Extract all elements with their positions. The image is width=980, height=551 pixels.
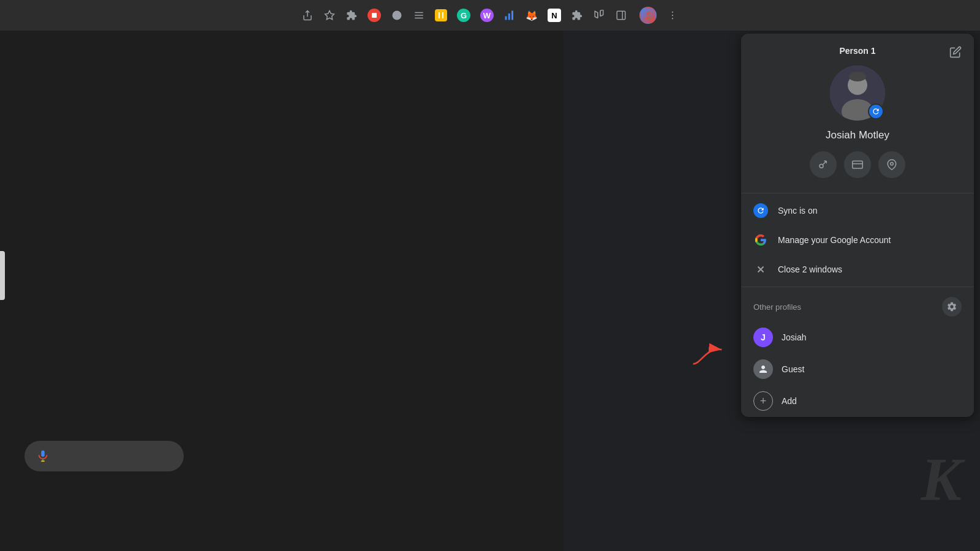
other-profiles-header: Other profiles <box>741 290 974 321</box>
analytics-icon[interactable] <box>503 9 516 21</box>
close-windows-menu-item[interactable]: Close 2 windows <box>741 255 974 284</box>
divider-1 <box>741 193 974 193</box>
sync-menu-icon <box>753 203 768 218</box>
sync-label: Sync is on <box>778 206 818 216</box>
svg-marker-0 <box>325 11 334 20</box>
svg-point-3 <box>396 14 399 17</box>
svg-rect-1 <box>372 13 377 18</box>
svg-rect-20 <box>41 451 45 457</box>
add-label: Add <box>782 396 797 406</box>
profile-actions <box>810 151 905 178</box>
sync-menu-item[interactable]: Sync is on <box>741 196 974 225</box>
sync-badge <box>868 103 884 119</box>
google-icon <box>753 233 768 247</box>
sidebar-toggle-icon[interactable] <box>615 9 627 21</box>
svg-rect-14 <box>617 11 625 20</box>
more-options-icon[interactable] <box>666 9 679 21</box>
password-button[interactable] <box>810 151 837 178</box>
puzzle-icon[interactable] <box>571 9 583 21</box>
svg-point-27 <box>820 164 823 168</box>
red-arrow-icon <box>689 340 738 371</box>
notion-icon[interactable]: N <box>548 9 561 22</box>
josiah-name: Josiah <box>782 332 806 342</box>
search-bar[interactable] <box>24 441 184 471</box>
svg-rect-9 <box>505 17 507 20</box>
svg-point-17 <box>672 12 673 13</box>
stop-icon[interactable] <box>368 9 381 22</box>
manage-account-menu-item[interactable]: Manage your Google Account <box>741 225 974 255</box>
star-icon[interactable] <box>323 9 336 21</box>
guest-avatar <box>753 359 773 379</box>
svg-rect-11 <box>511 11 513 20</box>
share-icon[interactable] <box>301 9 314 21</box>
payment-button[interactable] <box>844 151 871 178</box>
list-icon[interactable] <box>413 9 425 21</box>
divider-2 <box>741 287 974 287</box>
metamask-icon[interactable]: 🦊 <box>526 9 538 21</box>
red-arrow-container <box>689 340 738 373</box>
close-icon <box>753 262 768 277</box>
svg-line-28 <box>823 161 826 165</box>
profile-circle-icon[interactable] <box>639 7 657 24</box>
mic-icon[interactable] <box>34 448 51 465</box>
browser-toolbar: G W 🦊 N <box>0 0 980 31</box>
location-button[interactable] <box>878 151 905 178</box>
panel-header: Person 1 <box>741 34 974 190</box>
svg-point-19 <box>672 18 673 19</box>
guest-name: Guest <box>782 364 804 374</box>
svg-point-33 <box>891 162 894 165</box>
edit-profile-button[interactable] <box>949 46 962 61</box>
sync-circle-icon <box>753 203 768 218</box>
guest-profile-item[interactable]: Guest <box>741 353 974 385</box>
svg-point-26 <box>849 72 866 81</box>
grammarly-icon[interactable]: G <box>457 9 470 22</box>
watermark: K <box>921 444 962 514</box>
parallel-icon[interactable] <box>435 9 447 21</box>
svg-point-18 <box>672 15 673 16</box>
avatar-container <box>830 66 885 121</box>
svg-rect-10 <box>508 13 510 20</box>
josiah-profile-item[interactable]: J Josiah <box>741 321 974 353</box>
media-icon[interactable] <box>391 9 403 21</box>
profile-panel: Person 1 <box>741 34 974 417</box>
extensions-icon[interactable] <box>345 9 358 21</box>
close-windows-label: Close 2 windows <box>778 264 842 274</box>
josiah-avatar: J <box>753 328 773 347</box>
left-edge-shape <box>0 251 5 300</box>
music-icon[interactable] <box>593 9 605 21</box>
svg-point-16 <box>646 12 650 15</box>
worklenz-icon[interactable]: W <box>480 9 494 22</box>
profile-name: Josiah Motley <box>826 129 889 141</box>
manage-account-label: Manage your Google Account <box>778 235 891 245</box>
person-label: Person 1 <box>839 46 875 56</box>
profile-settings-button[interactable] <box>942 297 962 317</box>
svg-rect-31 <box>853 161 863 168</box>
add-profile-item[interactable]: + Add <box>741 385 974 417</box>
add-avatar: + <box>753 391 773 411</box>
other-profiles-label: Other profiles <box>753 302 801 312</box>
